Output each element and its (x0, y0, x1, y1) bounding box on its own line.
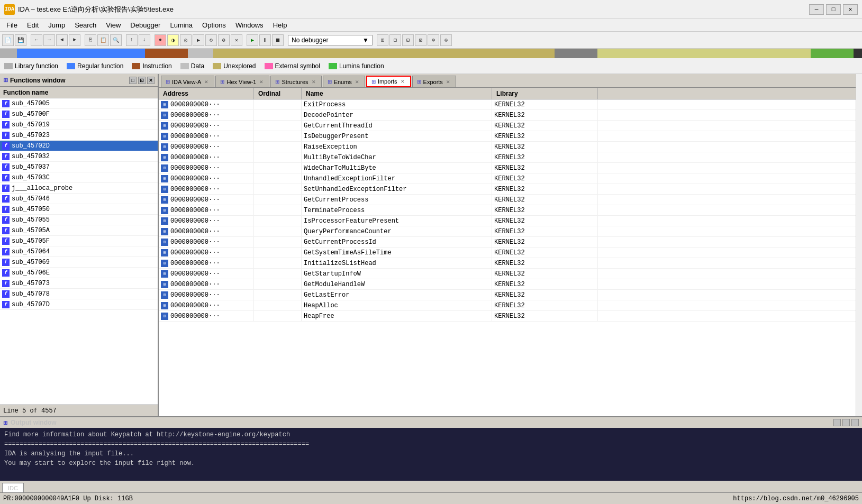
function-row[interactable]: fsub_457073 (0, 278, 158, 289)
function-row[interactable]: fsub_457046 (0, 194, 158, 204)
tab-hex-view[interactable]: ⊞ Hex View-1 ✕ (215, 76, 269, 87)
tab-struct-close[interactable]: ✕ (311, 79, 317, 85)
functions-list[interactable]: fsub_457005fsub_45700Ffsub_457019fsub_45… (0, 98, 158, 405)
toolbar-stop2[interactable]: ⏹ (272, 34, 284, 46)
tab-ida-view[interactable]: ⊞ IDA View-A ✕ (161, 76, 214, 87)
toolbar-d2[interactable]: ⊟ (389, 34, 401, 46)
debugger-select[interactable]: No debugger ▼ (288, 35, 373, 45)
menu-edit[interactable]: Edit (23, 20, 43, 30)
toolbar-find[interactable]: 🔍 (110, 34, 122, 46)
toolbar-back2[interactable]: ◄ (56, 34, 68, 46)
function-row[interactable]: fsub_457019 (0, 120, 158, 130)
menu-lumina[interactable]: Lumina (166, 20, 197, 30)
import-row[interactable]: ⊞0000000000···RaiseExceptionKERNEL32 (159, 142, 856, 152)
menu-windows[interactable]: Windows (231, 20, 268, 30)
function-row[interactable]: fsub_45705F (0, 236, 158, 246)
import-row[interactable]: ⊞0000000000···HeapAllocKERNEL32 (159, 300, 856, 311)
output-tab-idc[interactable]: IDC (2, 483, 24, 492)
tab-exports-close[interactable]: ✕ (445, 79, 451, 85)
import-row[interactable]: ⊞0000000000···GetLastErrorKERNEL32 (159, 290, 856, 300)
toolbar-green[interactable]: ◎ (180, 34, 192, 46)
import-row[interactable]: ⊞0000000000···IsDebuggerPresentKERNEL32 (159, 131, 856, 142)
import-row[interactable]: ⊞0000000000···TerminateProcessKERNEL32 (159, 205, 856, 216)
import-row[interactable]: ⊞0000000000···QueryPerformanceCounterKER… (159, 226, 856, 237)
toolbar-d5[interactable]: ⊛ (428, 34, 439, 46)
import-row[interactable]: ⊞0000000000···GetStartupInfoWKERNEL32 (159, 269, 856, 279)
import-row[interactable]: ⊞0000000000···ExitProcessKERNEL32 (159, 99, 856, 110)
right-scrollbar[interactable] (856, 74, 862, 416)
function-row[interactable]: fsub_457037 (0, 162, 158, 172)
panel-minimize-btn[interactable]: □ (129, 77, 137, 84)
menu-search[interactable]: Search (70, 20, 101, 30)
tab-hex-close[interactable]: ✕ (258, 79, 265, 85)
output-float-btn[interactable]: ⊡ (842, 419, 850, 426)
import-row[interactable]: ⊞0000000000···WideCharToMultiByteKERNEL3… (159, 163, 856, 173)
tab-structures[interactable]: ⊞ Structures ✕ (270, 76, 321, 87)
tab-enums-close[interactable]: ✕ (354, 79, 360, 85)
import-row[interactable]: ⊞0000000000···DecodePointerKERNEL32 (159, 110, 856, 121)
import-row[interactable]: ⊞0000000000···GetCurrentProcessKERNEL32 (159, 195, 856, 205)
function-row[interactable]: fsub_45707D (0, 299, 158, 310)
output-minimize-btn[interactable]: □ (833, 419, 841, 426)
toolbar-pause[interactable]: ⏸ (259, 34, 271, 46)
function-row[interactable]: fsub_457050 (0, 204, 158, 215)
tab-imports-close[interactable]: ✕ (400, 78, 406, 85)
function-row[interactable]: fsub_457078 (0, 289, 158, 299)
output-close-btn[interactable]: ✕ (851, 419, 859, 426)
import-row[interactable]: ⊞0000000000···UnhandledExceptionFilterKE… (159, 173, 856, 184)
panel-float-btn[interactable]: ⊡ (138, 77, 146, 84)
menu-view[interactable]: View (102, 20, 125, 30)
scroll-right-btn[interactable]: ▶ (855, 49, 858, 58)
toolbar-x[interactable]: ✕ (231, 34, 242, 46)
maximize-button[interactable]: □ (826, 4, 841, 15)
close-button[interactable]: ✕ (843, 4, 858, 15)
menu-debugger[interactable]: Debugger (126, 20, 165, 30)
panel-close-btn[interactable]: ✕ (147, 77, 155, 84)
function-row[interactable]: fj___alloca_probe (0, 183, 158, 194)
toolbar-d3[interactable]: ⊡ (402, 34, 414, 46)
import-row[interactable]: ⊞0000000000···MultiByteToWideCharKERNEL3… (159, 152, 856, 163)
toolbar-new[interactable]: 📄 (2, 34, 14, 46)
function-row[interactable]: fsub_457023 (0, 130, 158, 141)
import-row[interactable]: ⊞0000000000···GetSystemTimeAsFileTimeKER… (159, 248, 856, 258)
toolbar-up[interactable]: ↑ (126, 34, 138, 46)
toolbar-r1[interactable]: ▶ (193, 34, 204, 46)
toolbar-paste[interactable]: 📋 (97, 34, 109, 46)
toolbar-yellow[interactable]: ◑ (167, 34, 179, 46)
function-row[interactable]: fsub_45705A (0, 225, 158, 236)
toolbar-arrow-set[interactable]: ⊕ (205, 34, 217, 46)
function-row[interactable]: fsub_45703C (0, 172, 158, 183)
function-row[interactable]: fsub_457032 (0, 151, 158, 162)
toolbar-d4[interactable]: ⊠ (415, 34, 427, 46)
menu-file[interactable]: File (2, 20, 22, 30)
toolbar-run[interactable]: ▶ (247, 34, 258, 46)
toolbar-down[interactable]: ↓ (139, 34, 150, 46)
toolbar-forward[interactable]: → (43, 34, 55, 46)
function-row[interactable]: fsub_45702D (0, 141, 158, 151)
menu-options[interactable]: Options (198, 20, 230, 30)
function-row[interactable]: fsub_457005 (0, 98, 158, 109)
function-row[interactable]: fsub_45700F (0, 109, 158, 120)
function-row[interactable]: fsub_457055 (0, 215, 158, 225)
import-row[interactable]: ⊞0000000000···GetCurrentProcessIdKERNEL3… (159, 237, 856, 248)
menu-help[interactable]: Help (269, 20, 292, 30)
tab-exports[interactable]: ⊞ Exports ✕ (412, 76, 456, 87)
toolbar-forward2[interactable]: ► (69, 34, 80, 46)
minimize-button[interactable]: ─ (809, 4, 824, 15)
toolbar-red[interactable]: ● (155, 34, 166, 46)
toolbar-back[interactable]: ← (31, 34, 42, 46)
function-row[interactable]: fsub_45706E (0, 268, 158, 278)
function-row[interactable]: fsub_457064 (0, 246, 158, 257)
toolbar-d6[interactable]: ⊜ (440, 34, 452, 46)
import-row[interactable]: ⊞0000000000···GetModuleHandleWKERNEL32 (159, 279, 856, 290)
toolbar-copy[interactable]: ⎘ (85, 34, 96, 46)
tab-enums[interactable]: ⊞ Enums ✕ (323, 76, 365, 87)
tab-imports[interactable]: ⊞ Imports ✕ (366, 76, 411, 87)
function-row[interactable]: fsub_457069 (0, 257, 158, 268)
import-row[interactable]: ⊞0000000000···IsProcessorFeaturePresentK… (159, 216, 856, 226)
import-row[interactable]: ⊞0000000000···GetCurrentThreadIdKERNEL32 (159, 121, 856, 131)
import-row[interactable]: ⊞0000000000···HeapFreeKERNEL32 (159, 311, 856, 322)
toolbar-save[interactable]: 💾 (15, 34, 26, 46)
toolbar-tools[interactable]: ⚙ (218, 34, 230, 46)
imports-table[interactable]: Address Ordinal Name Library ⊞0000000000… (159, 88, 856, 416)
